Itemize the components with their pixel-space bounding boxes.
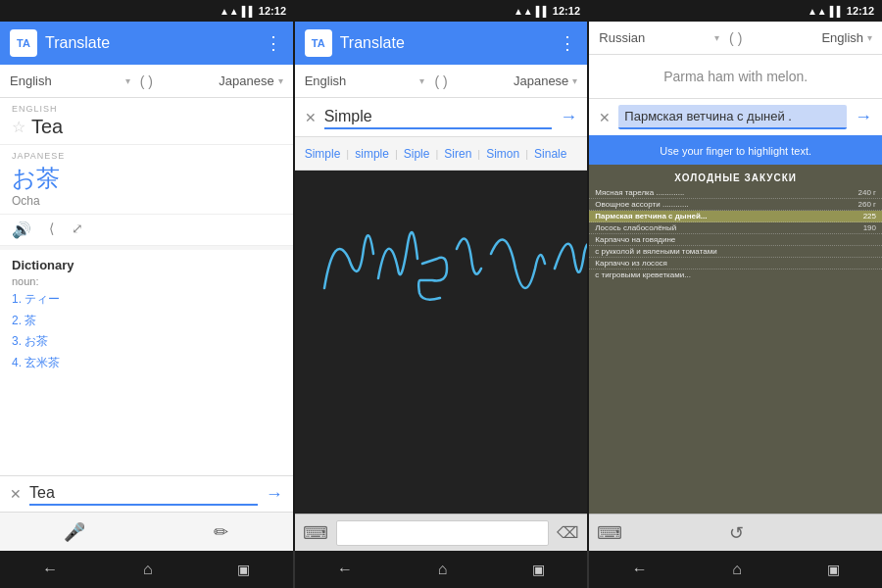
keyboard-icon-3[interactable]: ⌨ — [597, 522, 622, 544]
signal-icon-s3: ▌▌ — [830, 6, 844, 17]
lang-bar-1: English ▾ ( ) Japanese ▾ — [0, 65, 293, 98]
text-input-1[interactable] — [29, 482, 258, 506]
clear-icon-3[interactable]: ✕ — [599, 110, 611, 125]
home-btn-2[interactable]: ⌂ — [438, 561, 448, 578]
translate-logo-1: TA — [10, 29, 37, 57]
suggestion-1[interactable]: Simple — [301, 145, 345, 163]
back-btn-1[interactable]: ← — [42, 561, 58, 578]
mic-icon-1[interactable]: 🎤 — [64, 521, 85, 543]
back-btn-2[interactable]: ← — [337, 561, 353, 578]
swap-btn-1[interactable]: ( ) — [134, 74, 159, 89]
s3-menu-image[interactable]: ХОЛОДНЫЕ ЗАКУСКИ Мясная тарелка ........… — [589, 165, 882, 514]
source-lang-1[interactable]: English — [10, 74, 122, 88]
lang-down-arrow-5: ▾ — [714, 32, 719, 43]
time-s3: 12:12 — [847, 5, 874, 17]
signal-icon-s2: ▌▌ — [536, 6, 550, 17]
s2-bottom-toolbar: ⌨ ⌫ — [295, 514, 588, 551]
handwriting-svg — [295, 171, 588, 514]
lang-bar-2: English ▾ ( ) Japanese ▾ — [295, 65, 588, 98]
app-bar-1: TA Translate ⋮ — [0, 22, 293, 65]
source-lang-3[interactable]: Russian — [599, 30, 710, 45]
text-input-2[interactable] — [324, 106, 553, 129]
keyboard-icon-2[interactable]: ⌨ — [303, 522, 328, 544]
suggestion-2[interactable]: simple — [351, 145, 393, 163]
star-icon-1[interactable]: ☆ — [12, 118, 25, 136]
target-lang-2[interactable]: Japanese — [458, 74, 569, 88]
translate-logo-2: TA — [305, 29, 332, 57]
nav-bar-s3: ← ⌂ ▣ — [589, 551, 882, 588]
lang-bar-3: Russian ▾ ( ) English ▾ — [589, 22, 882, 55]
source-lang-2[interactable]: English — [305, 74, 416, 88]
time-s1: 12:12 — [259, 5, 286, 17]
screen-1: TA Translate ⋮ English ▾ ( ) Japanese ▾ … — [0, 22, 295, 551]
suggestion-divider-4: | — [477, 148, 480, 160]
nav-bar-s1: ← ⌂ ▣ — [0, 551, 295, 588]
app-title-2: Translate — [340, 34, 552, 52]
app-bar-2: TA Translate ⋮ — [295, 22, 588, 65]
time-s2: 12:12 — [553, 5, 580, 17]
menu-row-8: с тигровыми креветками... — [589, 270, 882, 280]
suggestion-3[interactable]: Siple — [400, 145, 434, 163]
trans-word-1: お茶 — [12, 163, 281, 194]
clear-icon-1[interactable]: ✕ — [10, 486, 22, 502]
menu-row-7: Карпаччо из лосося — [589, 258, 882, 270]
lang-down-arrow-1: ▾ — [125, 75, 130, 86]
s3-input-row: ✕ Пармская ветчина с дыней . → — [589, 98, 882, 135]
dict-entry-1: 1. ティー — [12, 289, 281, 311]
backspace-icon-2[interactable]: ⌫ — [557, 523, 579, 542]
wifi-icon-s2: ▲▲ — [514, 6, 533, 17]
translation-section-1: JAPANESE お茶 Ocha — [0, 145, 293, 215]
refresh-icon-3[interactable]: ↺ — [729, 522, 744, 544]
send-icon-3[interactable]: → — [855, 107, 872, 127]
home-btn-3[interactable]: ⌂ — [732, 561, 742, 578]
swap-btn-3[interactable]: ( ) — [723, 30, 748, 46]
suggestion-divider-1: | — [346, 148, 349, 160]
dict-entry-4: 4. 玄米茶 — [12, 353, 281, 374]
home-btn-1[interactable]: ⌂ — [143, 561, 153, 578]
suggestion-divider-3: | — [435, 148, 438, 160]
lang-down-arrow-6: ▾ — [867, 32, 872, 43]
s3-hint-bar: Use your finger to highlight text. — [589, 135, 882, 165]
screen-3: Russian ▾ ( ) English ▾ Parma ham with m… — [589, 22, 882, 551]
s3-input-highlighted[interactable]: Пармская ветчина с дыней . — [618, 105, 847, 129]
hint-text: Use your finger to highlight text. — [660, 145, 811, 157]
send-icon-2[interactable]: → — [560, 107, 577, 127]
share-icon-1[interactable]: ⟨ — [49, 220, 54, 239]
lang-down-arrow-4: ▾ — [572, 75, 577, 86]
lang-down-arrow-2: ▾ — [278, 75, 283, 86]
target-lang-1[interactable]: Japanese — [163, 74, 274, 88]
dict-title-1: Dictionary — [12, 258, 281, 272]
menu-row-2: Овощное ассорти ............ 260 г — [589, 199, 882, 211]
overflow-menu-1[interactable]: ⋮ — [265, 32, 283, 54]
app-title-1: Translate — [45, 34, 257, 52]
dict-entry-3: 3. お茶 — [12, 331, 281, 353]
overflow-menu-2[interactable]: ⋮ — [559, 32, 577, 54]
pencil-icon-1[interactable]: ✏ — [214, 521, 228, 543]
bottom-bar-1: 🎤 ✏ — [0, 512, 293, 551]
recents-btn-3[interactable]: ▣ — [827, 562, 840, 577]
suggestion-6[interactable]: Sinale — [530, 145, 570, 163]
menu-row-4: Лосось слабосолёный 190 — [589, 222, 882, 234]
clear-icon-2[interactable]: ✕ — [305, 110, 317, 125]
s3-translation-display: Parma ham with melon. — [589, 55, 882, 98]
wifi-icon-s3: ▲▲ — [808, 6, 827, 17]
recents-btn-2[interactable]: ▣ — [532, 562, 545, 577]
back-btn-3[interactable]: ← — [632, 561, 648, 578]
recents-btn-1[interactable]: ▣ — [237, 562, 250, 577]
expand-icon-1[interactable]: ⤢ — [72, 220, 83, 239]
menu-heading: ХОЛОДНЫЕ ЗАКУСКИ — [589, 169, 882, 187]
input-bar-1: ✕ → — [0, 475, 293, 512]
nav-bar: ← ⌂ ▣ ← ⌂ ▣ ← ⌂ ▣ — [0, 551, 882, 588]
swap-btn-2[interactable]: ( ) — [428, 74, 453, 89]
suggestion-4[interactable]: Siren — [440, 145, 475, 163]
suggestions-bar-2: Simple | simple | Siple | Siren | Simon … — [295, 137, 588, 171]
dictionary-section-1: Dictionary noun: 1. ティー 2. 茶 3. お茶 4. 玄米… — [0, 250, 293, 475]
menu-row-3-highlighted: Пармская ветчина с дыней... 225 — [589, 211, 882, 222]
target-lang-3[interactable]: English — [752, 30, 863, 45]
suggestion-5[interactable]: Simon — [482, 145, 523, 163]
audio-icon-1[interactable]: 🔊 — [12, 220, 31, 239]
signal-icon-s1: ▌▌ — [242, 6, 256, 17]
draw-area-2[interactable] — [295, 171, 588, 514]
dict-pos-1: noun: — [12, 275, 281, 287]
send-icon-1[interactable]: → — [266, 484, 283, 505]
